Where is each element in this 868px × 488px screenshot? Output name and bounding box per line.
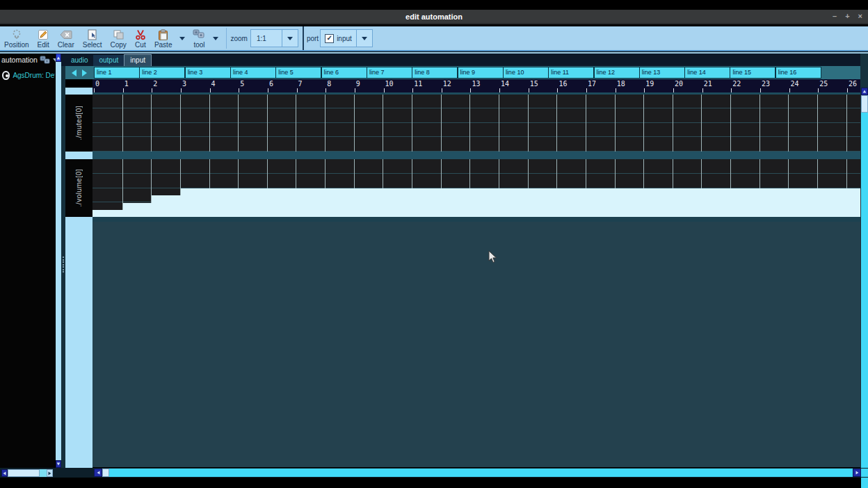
close-button[interactable]: × [858,10,862,23]
tool-menu-arrow-icon[interactable] [213,37,218,40]
sidebar-scroll-right-button[interactable] [47,469,53,477]
automation-cell[interactable] [268,159,297,188]
automation-cell[interactable] [296,159,326,188]
sidebar-vertical-scrollbar[interactable] [56,54,61,468]
line-header[interactable]: line 2 [139,67,185,79]
automation-cell[interactable] [442,159,471,188]
line-header[interactable]: line 4 [230,67,276,79]
automation-cell[interactable] [818,95,847,152]
line-header[interactable]: line 7 [367,67,412,79]
automation-cell[interactable] [616,95,645,152]
automation-cell[interactable] [789,159,818,188]
automation-cell[interactable] [123,159,152,203]
sidebar-scroll-down-button[interactable] [56,460,61,468]
automation-cell[interactable] [355,95,384,152]
line-header[interactable]: line 12 [594,67,640,79]
automation-cell[interactable] [731,95,760,152]
line-header[interactable]: line 3 [185,67,231,79]
edit-button[interactable]: Edit [33,26,54,50]
automation-cell[interactable] [760,95,789,152]
automation-cell[interactable] [616,159,645,188]
editor-horizontal-scrollbar[interactable] [94,469,868,477]
automation-cell[interactable] [702,159,731,188]
line-header[interactable]: line 16 [775,67,821,79]
automation-cell[interactable] [529,95,558,152]
automation-cell[interactable] [268,95,297,152]
scroll-left-arrow-icon[interactable] [72,70,77,76]
cut-button[interactable]: Cut [131,26,150,50]
sidebar-horizontal-scroll-thumb[interactable] [8,469,40,477]
automation-cell[interactable] [847,159,860,188]
automation-cell[interactable] [239,95,268,152]
automation-cell[interactable] [152,159,181,195]
line-header[interactable]: line 15 [730,67,775,79]
editor-scroll-left-button[interactable] [94,469,102,477]
sidebar-horizontal-scrollbar[interactable] [1,469,53,477]
automation-track[interactable] [93,95,860,152]
automation-cell[interactable] [181,159,210,188]
line-header[interactable]: line 9 [458,67,504,79]
port-input-checkbox[interactable]: ✓ [325,34,334,43]
automation-cell[interactable] [470,159,499,188]
minimize-button[interactable]: – [833,10,837,23]
automation-cell[interactable] [383,95,412,152]
automation-cell[interactable] [731,159,760,188]
line-header[interactable]: line 5 [275,67,321,79]
automation-cell[interactable] [673,159,702,188]
tool-button[interactable]: tool [188,26,209,50]
automation-cell[interactable] [586,159,616,188]
sidebar-scroll-up-button[interactable] [56,54,61,62]
sidebar-scroll-left-button[interactable] [1,469,8,477]
automation-cell[interactable] [818,159,847,188]
port-combobox[interactable]: ✓ input [320,29,357,47]
clear-button[interactable]: Clear [54,26,79,50]
automation-track[interactable] [93,159,860,217]
scroll-right-arrow-icon[interactable] [82,70,87,76]
paste-menu-arrow-icon[interactable] [179,37,185,40]
automation-cell[interactable] [296,95,326,152]
automation-cell[interactable] [355,159,384,188]
automation-cell[interactable] [760,159,789,188]
maximize-button[interactable]: + [845,10,849,23]
automation-cell[interactable] [412,95,442,152]
automation-cell[interactable] [93,95,123,152]
line-header[interactable]: line 14 [684,67,730,79]
automation-cell[interactable] [326,159,355,188]
automation-cell[interactable] [847,95,860,152]
machine-radio-item[interactable]: AgsDrum: Defau [0,71,55,80]
select-button[interactable]: Select [79,26,106,50]
editor-scroll-up-button[interactable] [861,88,868,95]
automation-cell[interactable] [644,159,673,188]
editor-vertical-scroll-thumb[interactable] [861,95,868,113]
machine-selector-header[interactable]: automation [0,54,55,66]
automation-cell[interactable] [644,95,673,152]
automation-cell[interactable] [557,159,586,188]
automation-cell[interactable] [557,95,586,152]
automation-cell[interactable] [499,95,529,152]
paste-button[interactable]: Paste [150,26,177,50]
tab-audio[interactable]: audio [65,55,93,66]
line-header[interactable]: line 10 [503,67,549,79]
tab-input[interactable]: input [124,54,152,66]
automation-cell[interactable] [181,95,210,152]
automation-cell[interactable] [789,95,818,152]
line-header[interactable]: line 8 [412,67,458,79]
automation-cell[interactable] [470,95,499,152]
editor-empty-area[interactable] [93,222,860,467]
automation-cell[interactable] [702,95,731,152]
automation-cell[interactable] [93,159,123,210]
zoom-combobox-arrow[interactable] [282,29,298,47]
port-combobox-arrow[interactable] [357,29,373,47]
line-header[interactable]: line 13 [639,67,685,79]
zoom-combobox[interactable]: 1:1 [250,29,282,47]
automation-cell[interactable] [529,159,558,188]
tab-output[interactable]: output [93,55,124,66]
automation-cell[interactable] [412,159,442,188]
line-header[interactable]: line 1 [94,67,140,79]
position-button[interactable]: Position [0,26,33,50]
editor-horizontal-scroll-thumb[interactable] [102,469,109,477]
automation-cell[interactable] [499,159,529,188]
line-header[interactable]: line 6 [321,67,367,79]
editor-vertical-scrollbar[interactable] [861,88,868,488]
titlebar[interactable]: edit automation – + × [0,10,868,24]
